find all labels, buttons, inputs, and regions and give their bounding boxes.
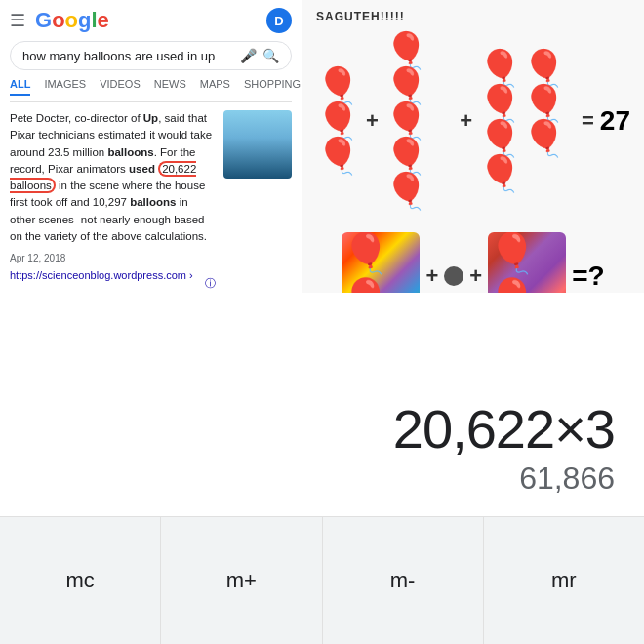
google-header: ☰ Google D: [10, 8, 292, 33]
google-logo: Google: [35, 8, 109, 33]
search-icon[interactable]: 🔍: [262, 48, 279, 63]
top-section: ☰ Google D how many balloons are used in…: [0, 0, 644, 293]
plus-operator-3: +: [425, 263, 438, 289]
calc-memory-row: mc m+ m- mr: [0, 517, 644, 644]
cluster-img-3: 🎈🎈🎈🎈: [488, 232, 566, 293]
cluster-img-1: 🎈🎈🎈🎈: [342, 232, 420, 293]
memory-subtract-button[interactable]: m-: [323, 517, 484, 644]
result-body: Pete Docter, co-director of Up, said tha…: [10, 112, 212, 242]
tab-all[interactable]: ALL: [10, 78, 30, 96]
google-avatar[interactable]: D: [266, 8, 292, 33]
balloon-equation-2: 🎈🎈🎈🎈 + + 🎈🎈🎈🎈 =?: [316, 228, 630, 293]
balloon-cluster-1: 🎈🎈🎈🎈: [342, 232, 420, 293]
google-panel: ☰ Google D how many balloons are used in…: [0, 0, 302, 293]
result-url[interactable]: https://scienceonblog.wordpress.com › ..…: [10, 267, 216, 293]
plus-operator-2: +: [460, 108, 472, 134]
tab-maps[interactable]: MAPS: [200, 78, 230, 96]
eq1-result: 27: [600, 105, 630, 137]
tab-shopping[interactable]: SHOPPING: [244, 78, 301, 96]
search-bar[interactable]: how many balloons are used in up 🎤 🔍: [10, 41, 292, 70]
memory-clear-button[interactable]: mc: [0, 517, 161, 644]
tab-news[interactable]: NEWS: [154, 78, 186, 96]
info-icon[interactable]: ⓘ: [205, 275, 216, 292]
memory-recall-button[interactable]: mr: [484, 517, 644, 644]
saguteh-label: SAGUTEH!!!!!: [316, 10, 630, 23]
highlighted-text: 20,622 balloons: [10, 161, 196, 193]
balloon-equation-1: 🎈🎈🎈 + 🎈🎈🎈🎈🎈 + 🎈🎈🎈🎈🎈🎈🎈 = 27: [316, 29, 630, 213]
mic-icon[interactable]: 🎤: [240, 48, 257, 63]
balloon-group-2: 🎈🎈🎈🎈🎈: [384, 33, 454, 209]
balloon-group-1: 🎈🎈🎈: [316, 68, 360, 174]
search-query-text: how many balloons are used in up: [22, 49, 240, 63]
result-card: Pete Docter, co-director of Up, said tha…: [10, 110, 292, 293]
plus-operator-4: +: [469, 263, 482, 289]
result-date: Apr 12, 2018: [10, 251, 216, 265]
balloon-cluster-3: 🎈🎈🎈🎈: [488, 232, 566, 293]
result-image: [223, 110, 292, 179]
result-text-block: Pete Docter, co-director of Up, said tha…: [10, 110, 216, 293]
tab-videos[interactable]: VIDEOS: [100, 78, 141, 96]
eq2-result: =?: [572, 261, 604, 292]
balloon-panel: SAGUTEH!!!!! 🎈🎈🎈 + 🎈🎈🎈🎈🎈 + 🎈🎈🎈🎈🎈🎈🎈 = 27 …: [302, 0, 644, 293]
calc-result: 61,866: [519, 461, 615, 497]
balloon-group-3: 🎈🎈🎈🎈🎈🎈🎈: [478, 51, 576, 191]
result-image-inner: [223, 110, 292, 179]
hamburger-icon[interactable]: ☰: [10, 10, 25, 31]
tab-images[interactable]: IMAGES: [44, 78, 86, 96]
calculator-display: 20,622×3 61,866: [0, 293, 644, 517]
search-tabs: ALL IMAGES VIDEOS NEWS MAPS SHOPPING: [10, 78, 292, 102]
plus-operator-1: +: [366, 108, 379, 134]
result-url-text: https://scienceonblog.wordpress.com › ..…: [10, 267, 201, 293]
balloon-cluster-2: [444, 266, 463, 286]
memory-add-button[interactable]: m+: [161, 517, 322, 644]
calc-expression: 20,622×3: [393, 397, 615, 461]
equals-operator-1: =: [582, 108, 594, 134]
